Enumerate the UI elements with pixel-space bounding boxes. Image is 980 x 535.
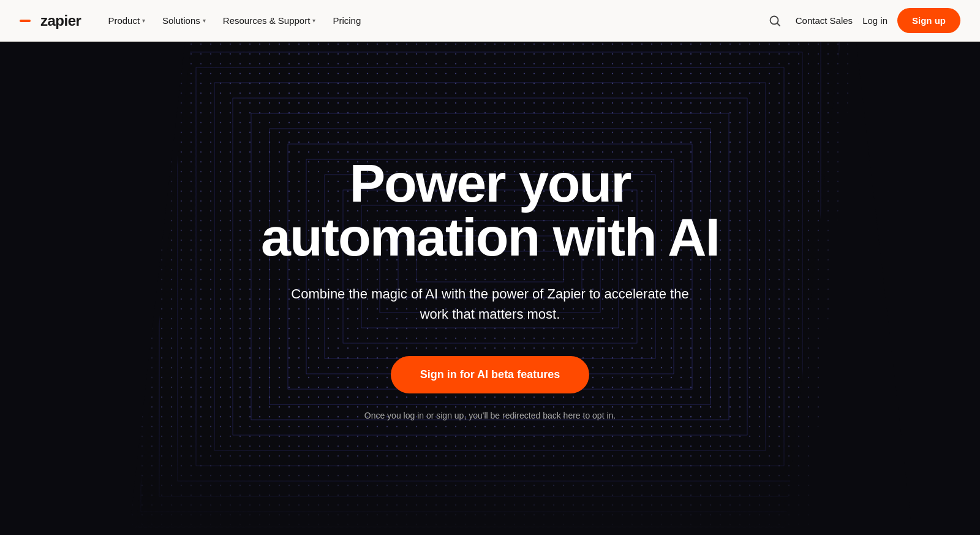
logo-icon — [20, 15, 37, 27]
navbar-right: Contact Sales Log in Sign up — [764, 8, 960, 33]
logo-dash — [20, 20, 31, 22]
search-button[interactable] — [764, 10, 786, 32]
search-icon — [769, 15, 781, 27]
nav-pricing-label: Pricing — [333, 15, 361, 26]
signup-button[interactable]: Sign up — [897, 8, 960, 33]
hero-section: Power your automation with AI Combine th… — [0, 0, 980, 535]
nav-resources-label: Resources & Support — [223, 15, 311, 26]
logo-text: zapier — [40, 12, 81, 29]
logo[interactable]: zapier — [20, 12, 81, 29]
nav-product-label: Product — [108, 15, 140, 26]
ai-beta-cta-button[interactable]: Sign in for AI beta features — [391, 356, 589, 393]
nav-solutions-label: Solutions — [162, 15, 200, 26]
hero-headline: Power your automation with AI — [261, 156, 719, 264]
login-link[interactable]: Log in — [862, 15, 888, 26]
nav-item-pricing[interactable]: Pricing — [325, 10, 368, 31]
navbar: zapier Product ▾ Solutions ▾ Resources &… — [0, 0, 980, 42]
headline-line1: Power your — [349, 153, 630, 213]
chevron-down-icon: ▾ — [312, 17, 315, 24]
redirect-notice: Once you log in or sign up, you'll be re… — [261, 411, 719, 420]
hero-content: Power your automation with AI Combine th… — [236, 156, 744, 420]
nav-item-solutions[interactable]: Solutions ▾ — [155, 10, 213, 31]
chevron-down-icon: ▾ — [203, 17, 206, 24]
chevron-down-icon: ▾ — [142, 17, 145, 24]
headline-line2: automation with AI — [261, 207, 719, 267]
nav-item-product[interactable]: Product ▾ — [100, 10, 153, 31]
hero-subheadline: Combine the magic of AI with the power o… — [282, 284, 698, 324]
nav-item-resources[interactable]: Resources & Support ▾ — [216, 10, 323, 31]
main-nav: Product ▾ Solutions ▾ Resources & Suppor… — [100, 10, 763, 31]
contact-sales-link[interactable]: Contact Sales — [796, 15, 853, 26]
